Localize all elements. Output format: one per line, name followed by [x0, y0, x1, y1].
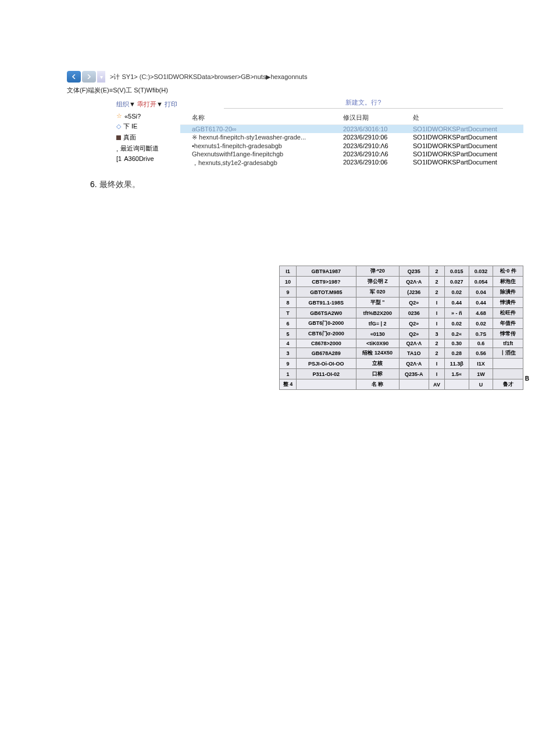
bom-cell: 0.015 [445, 266, 469, 277]
bom-table: I1GBT9A1987弹·*20Q23520.0150.032松·0 件10CB… [279, 266, 523, 390]
bom-cell: 2 [429, 339, 445, 348]
dropdown-button[interactable]: ▾ [97, 71, 105, 83]
file-row[interactable]: aGBT6170-20∞2023/6/3016:10SO1IDWORKSPart… [180, 125, 523, 133]
open-button[interactable]: 乖打开 [137, 101, 156, 108]
download-icon: ◇ [116, 123, 121, 130]
bom-cell: 0.054 [469, 277, 493, 287]
bom-cell: PSJI-Oi-OI-OO [296, 359, 356, 369]
bom-cell: 1W [469, 369, 493, 379]
bom-row: 1P311-OI-02口标Q235-AI1.5«1W [280, 369, 523, 379]
bom-footer-cell [399, 379, 429, 390]
file-type: SO1IDWORKSPartDocument [413, 159, 523, 167]
bom-cell: tfG≡ | 2 [356, 318, 399, 329]
bom-cell: 0.7S [469, 329, 493, 339]
sidebar-item-desktop[interactable]: 真面 [116, 132, 180, 143]
back-button[interactable] [67, 71, 81, 83]
file-type: SO1IDWORKSPartDocument [413, 134, 523, 141]
bom-cell: GBTOT.M985 [296, 287, 356, 298]
bom-cell: 4 [280, 339, 297, 348]
bom-row: I1GBT9A1987弹·*20Q23520.0150.032松·0 件 [280, 266, 523, 277]
sidebar-item-fav[interactable]: ☆«5Si? [116, 111, 180, 121]
organize-button[interactable]: 组织 [116, 101, 129, 108]
bom-cell: 9 [280, 287, 297, 298]
file-name: Ghexnutswithf1ange-finepitchgb [180, 151, 343, 157]
bom-cell: 口标 [356, 369, 399, 379]
sidebar-item-recent[interactable]: ,最近询司斷道 [116, 143, 180, 154]
bom-footer-cell: 整 4 [280, 379, 297, 390]
bom-row: 9PSJI-Oi-OI-OO立核Q2Λ·AI11.3βI1X [280, 359, 523, 369]
bom-cell: I1 [280, 266, 297, 277]
sidebar-item-a360[interactable]: [1A360Drive [116, 154, 180, 163]
bom-cell: 0.28 [445, 348, 469, 359]
file-row[interactable]: ※ hexnut-finepitch-sty1ewasher-grade...2… [180, 133, 523, 142]
bom-footer-cell: U [469, 379, 493, 390]
toolbar: 组织▼ 乖打开▼ 打印 新建文。行? [67, 98, 523, 109]
forward-button[interactable] [82, 71, 96, 83]
bom-cell: (J236 [399, 287, 429, 298]
bom-row: 3GB678A289绍检 124X50TA1O20.280.56丨滔住 [280, 348, 523, 359]
bom-cell: I1X [469, 359, 493, 369]
bom-cell: 0.02 [445, 287, 469, 298]
bom-cell: GBT9A1987 [296, 266, 356, 277]
bom-footer-cell: AV [429, 379, 445, 390]
file-name: ※ hexnut-finepitch-sty1ewasher-grade... [180, 134, 343, 141]
file-row[interactable]: ，hexnuts,sty1e2-gradesabgb2023/6/2910:06… [180, 158, 523, 168]
bom-row: 10CBT9>198?弹公明 ZQ2Λ·A20.0270.054标泡住 [280, 277, 523, 287]
file-row[interactable]: Ghexnutswithf1ange-finepitchgb2023/6/291… [180, 150, 523, 158]
bom-cell: tf1ft [493, 339, 523, 348]
step-number: 6. [90, 180, 97, 189]
bom-cell: 2 [429, 287, 445, 298]
bom-cell: Q2» [399, 329, 429, 339]
bom-cell: 0.6 [469, 339, 493, 348]
bom-cell: Q2Λ·A [399, 277, 429, 287]
nav-buttons: ▾ [67, 71, 105, 83]
breadcrumb[interactable]: >计 SY1> (C:)>SO1IDWORKSData>browser>GB>n… [110, 73, 307, 81]
bom-row: TGB6TSA2W0tft%B2X2000236I» - ñ4.68松旺件 [280, 308, 523, 318]
bom-cell: CBT9>198? [296, 277, 356, 287]
bom-cell: 3 [280, 348, 297, 359]
bom-footer-cell: 鲁才 [493, 379, 523, 390]
print-button[interactable]: 打印 [165, 101, 177, 108]
new-file-label: 新建文。行? [224, 98, 503, 109]
bom-cell: 弹·*20 [356, 266, 399, 277]
bom-cell: 0.44 [445, 298, 469, 308]
bom-cell: 0.02 [445, 318, 469, 329]
bom-cell: tft%B2X200 [356, 308, 399, 318]
step-note: 6. 最终效果。 [90, 180, 535, 190]
step-text: 最终效果。 [99, 180, 140, 189]
col-name[interactable]: 名称 [180, 113, 343, 122]
file-type: SO1IDWORKSPartDocument [413, 151, 523, 157]
bom-cell: 2 [429, 348, 445, 359]
bom-footer-cell [296, 379, 356, 390]
bom-row: 5CBT6门σ-2000«0130Q2»30.2«0.7S悖常传 [280, 329, 523, 339]
file-date: 2023/6/2910:06 [343, 159, 413, 167]
bom-footer-cell: 名 称 [356, 379, 399, 390]
file-explorer: ▾ >计 SY1> (C:)>SO1IDWORKSData>browser>GB… [67, 70, 523, 168]
bom-cell: 1 [280, 369, 297, 379]
bom-cell: Q2Λ·Λ [399, 339, 429, 348]
bom-cell: Q2» [399, 318, 429, 329]
menu-bar[interactable]: 文体(F)端炭(E)≡S(V)工 S(T)Wfib(H) [67, 86, 523, 95]
bom-cell: 0.02 [469, 318, 493, 329]
file-row[interactable]: •hexnuts1-finepitch-gradesabgb2023/6/291… [180, 142, 523, 150]
bom-cell: I [429, 318, 445, 329]
col-date[interactable]: 修汉日期 [343, 113, 413, 122]
file-date: 2023/6/3016:10 [343, 126, 413, 132]
bom-cell: 弹公明 Z [356, 277, 399, 287]
bom-cell: I [429, 359, 445, 369]
file-date: 2023/6/2910:Λ6 [343, 151, 413, 157]
bom-cell: GB6TSA2W0 [296, 308, 356, 318]
bom-cell [493, 359, 523, 369]
bom-cell: 5 [280, 329, 297, 339]
bom-cell: 4.68 [469, 308, 493, 318]
bom-cell: 11.3β [445, 359, 469, 369]
bom-cell: 悖潰件 [493, 298, 523, 308]
bom-cell: 悖常传 [493, 329, 523, 339]
bom-cell: 1.5« [445, 369, 469, 379]
bom-cell: CBT6门σ-2000 [296, 329, 356, 339]
col-type[interactable]: 处 [413, 113, 523, 122]
sidebar-item-download[interactable]: ◇下 IE [116, 121, 180, 132]
column-headers[interactable]: 名称 修汉日期 处 [180, 111, 523, 125]
desktop-icon [116, 135, 121, 140]
bom-cell: 3 [429, 329, 445, 339]
